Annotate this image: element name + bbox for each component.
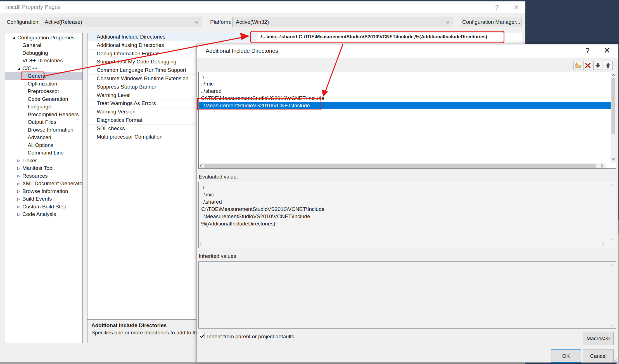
inherited-values-box (198, 261, 616, 329)
macros-button[interactable]: Macros>> (583, 332, 614, 345)
tree-item[interactable]: Code Generation (5, 95, 82, 103)
directory-path: ..\MeasurementStudioVS2010\VCNET\Include (201, 103, 310, 108)
inherit-checkbox[interactable] (199, 333, 205, 339)
tree-item-label: General (22, 42, 41, 48)
tree-item[interactable]: Optimization (5, 80, 82, 88)
tree-expander-icon[interactable]: ▷ (17, 158, 22, 163)
configuration-value: Active(Release) (45, 19, 82, 25)
tree-item-label: Command Line (28, 150, 64, 156)
list-item[interactable]: ..\mic (199, 80, 611, 87)
tree-item-label: VC++ Directories (22, 58, 63, 64)
tree-item[interactable]: General (5, 42, 82, 49)
scroll-left-icon[interactable] (200, 164, 203, 167)
tree-item[interactable]: ◢ Configuration Properties (5, 34, 82, 42)
tree-item[interactable]: VC++ Directories (5, 57, 82, 65)
tree-item[interactable]: Advanced (5, 134, 82, 142)
list-item[interactable]: ..\shared (199, 87, 611, 95)
tree-item[interactable]: Preprocessor (5, 88, 82, 96)
tree-item[interactable]: ▷ Custom Build Step (5, 203, 82, 211)
scroll-down-icon[interactable] (612, 157, 615, 160)
tree-item[interactable]: ▷ Manifest Tool (5, 165, 82, 172)
scroll-up-icon[interactable] (612, 74, 615, 77)
configuration-select[interactable]: Active(Release) (41, 17, 202, 27)
close-icon[interactable]: × (511, 2, 522, 13)
tree-expander-icon[interactable]: ▷ (17, 166, 22, 170)
tree-item[interactable]: ▷ Resources (5, 172, 82, 180)
scroll-right-icon[interactable] (600, 164, 603, 167)
tree-item[interactable]: Browse Information (5, 126, 82, 134)
tree-item[interactable]: Language (5, 103, 82, 111)
tree-expander-icon[interactable]: ▷ (17, 204, 22, 209)
delete-button[interactable] (583, 61, 592, 70)
tree-expander-icon[interactable]: ▷ (17, 212, 22, 217)
tree-item[interactable]: ▷ Build Events (5, 195, 82, 203)
help-icon[interactable]: ? (492, 3, 501, 12)
dialog-close-icon[interactable]: × (601, 44, 613, 57)
tree-item-label: Language (28, 104, 51, 110)
tree-item[interactable]: All Options (5, 141, 82, 149)
arrow-down-icon (595, 62, 601, 68)
ok-button[interactable]: OK (551, 349, 581, 363)
scrollbar-thumb[interactable] (611, 78, 615, 134)
directory-path: ..\shared (201, 88, 222, 94)
property-name: Additional #using Directories (97, 42, 164, 48)
tree-item-label: Debugging (22, 50, 48, 56)
tree-item-label: Build Events (22, 196, 52, 202)
list-horizontal-scrollbar[interactable] (199, 163, 606, 168)
tree-item[interactable]: Command Line (5, 149, 82, 157)
scrollbar-thumb[interactable] (204, 164, 596, 168)
window-title: micdll Property Pages (6, 1, 61, 13)
tree-item[interactable]: Output Files (5, 118, 82, 126)
inherit-checkbox-label[interactable]: Inherit from parent or project defaults (207, 334, 294, 340)
resize-grip-icon[interactable] (613, 358, 617, 362)
new-folder-icon (575, 62, 581, 69)
additional-include-directories-value[interactable]: .\;..\mic;..\shared;C:\TDE\MeasurementSt… (257, 33, 522, 41)
move-down-button[interactable] (593, 61, 602, 70)
configuration-label: Configuration: (7, 18, 40, 26)
tree-item[interactable]: ◢ C/C++ (5, 65, 82, 72)
platform-value: Active(Win32) (236, 19, 269, 25)
tree-expander-icon[interactable]: ▷ (17, 189, 22, 193)
list-item[interactable]: .\ (199, 73, 611, 80)
property-name: Warning Version (97, 109, 136, 115)
tree-expander-icon[interactable]: ▷ (17, 174, 22, 178)
tree-item[interactable]: General (5, 72, 82, 80)
tree-item[interactable]: ▷ Linker (5, 157, 82, 165)
tree-item[interactable]: ▷ XML Document Generator (5, 180, 82, 188)
platform-select[interactable]: Active(Win32) (232, 17, 453, 27)
list-item[interactable]: C:\TDE\MeasurementStudioVS2010\VCNET\Inc… (199, 95, 611, 102)
chevron-down-icon (446, 20, 449, 23)
property-name: Common Language RunTime Support (97, 67, 186, 73)
list-vertical-scrollbar[interactable] (611, 72, 616, 163)
property-name: Consume Windows Runtime Extension (97, 75, 188, 81)
evaluated-line: C:\TDE\MeasurementStudioVS2010\VCNET\Inc… (201, 206, 592, 213)
property-name: Support Just My Code Debugging (97, 59, 176, 65)
tree-item[interactable]: ▷ Browse Information (5, 187, 82, 195)
screenshot-root: micdll Property Pages ? × Configuration:… (0, 0, 619, 364)
property-name: Suppress Startup Banner (97, 84, 156, 90)
evaluated-line: .\ (201, 184, 592, 191)
tree-expander-icon[interactable]: ▷ (17, 197, 22, 201)
tree-item-label: XML Document Generator (22, 180, 83, 187)
tree-item[interactable]: ▷ Code Analysis (5, 211, 82, 218)
tree-item-label: Configuration Properties (17, 35, 75, 41)
platform-label: Platform: (210, 18, 231, 26)
configuration-manager-button[interactable]: Configuration Manager... (461, 17, 521, 27)
property-name: Diagnostics Format (97, 117, 143, 123)
tree-expander-icon[interactable]: ▷ (17, 182, 22, 186)
new-line-button[interactable] (573, 61, 582, 70)
tree-item-label: Linker (22, 158, 37, 164)
tree-item[interactable]: Precompiled Headers (5, 111, 82, 118)
configuration-tree: ◢ Configuration Properties General Debug… (5, 33, 83, 343)
cancel-button[interactable]: Cancel (583, 349, 614, 363)
move-up-button[interactable] (604, 61, 613, 70)
list-item[interactable]: ..\MeasurementStudioVS2010\VCNET\Include (199, 102, 611, 109)
check-icon (200, 333, 204, 338)
tree-expander-icon[interactable]: ◢ (12, 35, 17, 40)
tree-item[interactable]: Debugging (5, 49, 82, 57)
tree-expander-icon[interactable]: ◢ (17, 66, 22, 70)
dialog-help-icon[interactable]: ? (583, 46, 592, 55)
window-titlebar[interactable] (0, 1, 525, 13)
tree-item-label: Output Files (28, 119, 56, 125)
tree-item-label: Code Analysis (22, 211, 56, 217)
